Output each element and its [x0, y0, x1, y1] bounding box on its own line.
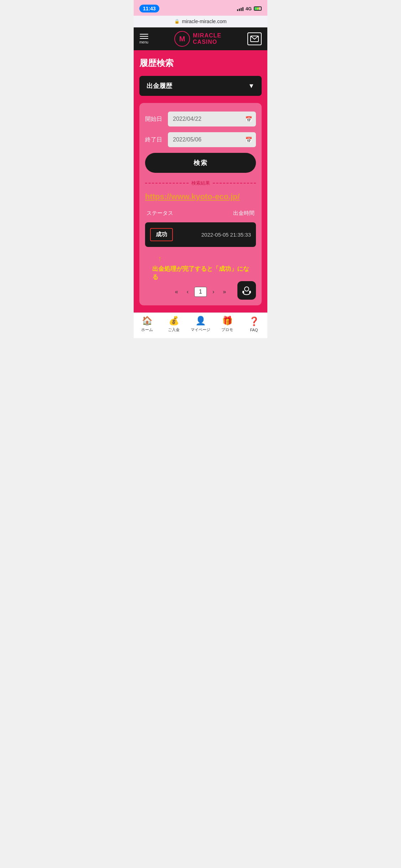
results-divider: 検索結果: [145, 180, 256, 186]
dashed-line-left: [145, 183, 189, 184]
calendar-icon-start: 📅: [245, 116, 252, 123]
support-button[interactable]: [237, 281, 256, 300]
pagination: « ‹ 1 › »: [145, 283, 256, 300]
annotation-area: ↑ 出金処理が完了すると「成功」になる: [145, 251, 256, 283]
nav-faq-label: FAQ: [250, 328, 258, 332]
svg-point-1: [245, 287, 249, 291]
status-icons: 4G ⚡: [237, 6, 262, 11]
start-date-label: 開始日: [145, 115, 164, 123]
nav-mypage-label: マイページ: [191, 327, 210, 332]
nav-home[interactable]: 🏠 ホーム: [137, 316, 157, 332]
nav-deposit-label: ご入金: [168, 327, 180, 332]
result-datetime: 2022-05-05 21:35:33: [201, 232, 251, 238]
hamburger-icon: [140, 34, 148, 39]
search-panel: 開始日 📅 終了日 📅 検索 検索結果 https://www.kyoto-ec…: [139, 103, 262, 305]
status-time: 11:43: [139, 5, 159, 12]
last-page-button[interactable]: »: [220, 287, 229, 296]
end-date-row: 終了日 📅: [145, 132, 256, 147]
prev-page-button[interactable]: ‹: [184, 287, 191, 296]
nav-header: menu M MIRACLE CASINO: [134, 27, 267, 50]
chevron-down-icon: ▼: [248, 82, 255, 90]
history-type-dropdown[interactable]: 出金履歴 ▼: [139, 76, 262, 96]
end-date-label: 終了日: [145, 136, 164, 144]
nav-deposit[interactable]: 💰 ご入金: [164, 316, 184, 332]
network-label: 4G: [246, 6, 252, 11]
nav-promo-label: プロモ: [221, 327, 233, 332]
dropdown-selected-value: 出金履歴: [146, 82, 172, 90]
end-date-input[interactable]: [168, 132, 256, 147]
svg-rect-3: [249, 291, 251, 293]
calendar-icon-end: 📅: [245, 136, 252, 143]
current-page: 1: [194, 287, 207, 297]
next-page-button[interactable]: ›: [210, 287, 217, 296]
page-title: 履歴検索: [139, 57, 262, 69]
start-date-row: 開始日 📅: [145, 112, 256, 126]
bottom-nav: 🏠 ホーム 💰 ご入金 👤 マイページ 🎁 プロモ ❓ FAQ: [134, 312, 267, 338]
menu-button[interactable]: menu: [139, 34, 148, 44]
menu-label: menu: [139, 40, 148, 44]
first-page-button[interactable]: «: [172, 287, 181, 296]
dashed-line-right: [213, 183, 256, 184]
nav-mypage[interactable]: 👤 マイページ: [191, 316, 211, 332]
nav-faq[interactable]: ❓ FAQ: [244, 316, 264, 332]
faq-icon: ❓: [249, 316, 259, 326]
start-date-input[interactable]: [168, 112, 256, 126]
search-button[interactable]: 検索: [145, 153, 256, 173]
mypage-icon: 👤: [195, 316, 206, 326]
svg-rect-2: [242, 291, 244, 293]
mail-icon: [250, 36, 259, 42]
annotation-text: 出金処理が完了すると「成功」になる: [152, 265, 255, 281]
status-bar: 11:43 4G ⚡: [134, 0, 267, 16]
main-content: 履歴検索 出金履歴 ▼ 開始日 📅 終了日 📅 検索 検索結果: [134, 50, 267, 312]
end-date-wrapper: 📅: [168, 132, 256, 147]
status-column-header: ステータス: [146, 210, 173, 217]
nav-home-label: ホーム: [141, 327, 153, 332]
signal-icon: [237, 6, 243, 11]
mail-button[interactable]: [247, 32, 262, 45]
time-column-header: 出金時間: [233, 210, 255, 217]
logo-letter: M: [179, 35, 185, 43]
results-header: ステータス 出金時間: [145, 207, 256, 219]
nav-promo[interactable]: 🎁 プロモ: [217, 316, 237, 332]
status-badge: 成功: [150, 228, 173, 241]
logo-casino: CASINO: [193, 39, 221, 45]
logo-miracle: MIRACLE: [193, 32, 221, 39]
battery-icon: ⚡: [254, 6, 262, 11]
arrow-up-icon: ↑: [158, 254, 162, 263]
promo-icon: 🎁: [222, 316, 233, 326]
deposit-icon: 💰: [169, 316, 179, 326]
divider-label: 検索結果: [191, 180, 210, 186]
table-row: 成功 2022-05-05 21:35:33: [145, 222, 256, 247]
headset-icon: [242, 285, 252, 295]
home-icon: 🏠: [142, 316, 153, 326]
logo-circle: M: [174, 31, 190, 47]
start-date-wrapper: 📅: [168, 112, 256, 126]
logo-text: MIRACLE CASINO: [193, 32, 221, 45]
address-bar[interactable]: 🔒 miracle-miracle.com: [134, 16, 267, 27]
url-watermark: https://www.kyoto-eco.jp/: [145, 192, 256, 201]
url-text: miracle-miracle.com: [182, 19, 226, 24]
lock-icon: 🔒: [174, 19, 180, 24]
logo[interactable]: M MIRACLE CASINO: [174, 31, 221, 47]
